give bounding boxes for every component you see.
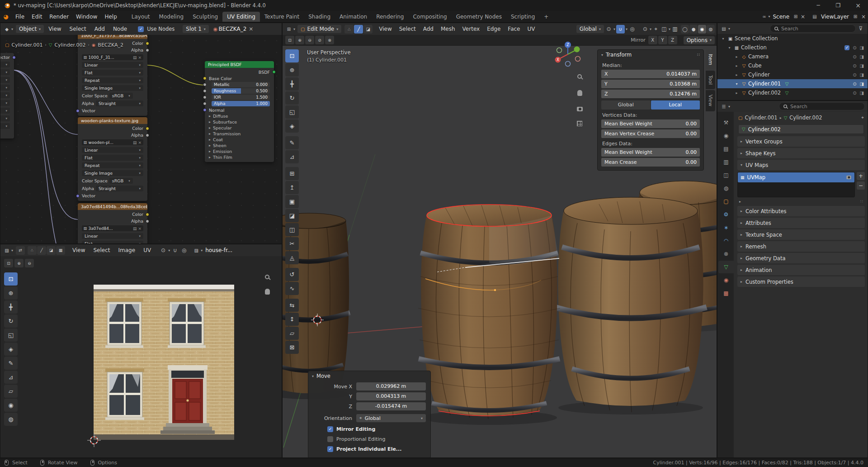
- bsdf-section-transmission[interactable]: ▸Transmission: [205, 131, 274, 137]
- uv-select-new-icon[interactable]: ⊡: [4, 259, 13, 267]
- select-mode-new-icon[interactable]: ⊡: [285, 36, 294, 44]
- median-y-field[interactable]: Y0.10368 m: [601, 80, 700, 88]
- menu-help[interactable]: Help: [101, 14, 120, 20]
- tab-constraints[interactable]: ⊗: [718, 248, 734, 260]
- select-mode-invert-icon[interactable]: ⊘: [315, 36, 324, 44]
- hide-icon[interactable]: ⊙: [853, 81, 856, 86]
- tab-tool[interactable]: Tool: [706, 71, 715, 89]
- overlays-icon[interactable]: ◫: [660, 26, 668, 32]
- edge-select-mode-button[interactable]: ╱: [354, 25, 363, 33]
- tool-cursor-button[interactable]: ⊕: [285, 63, 299, 76]
- render-visibility-icon[interactable]: ◨: [860, 91, 864, 95]
- tool-bevel-button[interactable]: ◪: [285, 209, 299, 222]
- panel-collapse-icon[interactable]: ▾: [312, 374, 314, 378]
- hide-icon[interactable]: ⊙: [853, 91, 856, 95]
- uv-tool-grab-button[interactable]: ◉: [4, 399, 18, 412]
- vp-menu-face[interactable]: Face: [505, 26, 523, 32]
- proportional-editing-icon[interactable]: ◎: [628, 26, 636, 32]
- pin-id-icon[interactable]: ⌖: [861, 115, 864, 120]
- uv-zoom-icon[interactable]: [265, 274, 269, 281]
- normal-input-socket[interactable]: [203, 108, 207, 112]
- gizmos-icon[interactable]: ⌖: [652, 26, 660, 32]
- shader-type-dropdown[interactable]: Object▾: [16, 25, 44, 33]
- mapping-value-4[interactable]: 0°: [0, 92, 10, 98]
- scene-browse-dropdown-icon[interactable]: ▾: [768, 14, 770, 19]
- tool-spin-button[interactable]: ↺: [285, 268, 299, 281]
- shader-node-canvas[interactable]: Vector 0 m 0 m 0 m 0° 0° 0° 1.000 1.000 …: [0, 35, 282, 244]
- expand-icon[interactable]: ▸: [734, 55, 740, 59]
- viewlayer-selector[interactable]: ViewLayer: [821, 14, 849, 20]
- panel-custom-properties[interactable]: ▸Custom Properties: [737, 276, 865, 287]
- tool-knife-button[interactable]: ✂: [285, 237, 299, 250]
- panel-animation[interactable]: ▸Animation: [737, 265, 865, 275]
- expand-icon[interactable]: ▸: [734, 64, 740, 68]
- image-datablock-field[interactable]: ▨3a07ed84...▤ ×: [82, 225, 143, 231]
- viewport-zoom-icon[interactable]: [577, 74, 582, 80]
- uv-face-select-icon[interactable]: ◪: [47, 246, 56, 255]
- alpha-mode-dropdown[interactable]: Straight: [96, 186, 143, 191]
- expand-icon[interactable]: ▾: [734, 82, 740, 86]
- tab-world[interactable]: ◍: [718, 182, 734, 195]
- minimize-button[interactable]: ─: [808, 2, 828, 9]
- workspace-tab-uv-editing[interactable]: UV Editing: [222, 12, 260, 22]
- uv-menu-image[interactable]: Image: [115, 247, 139, 253]
- alpha-slider[interactable]: Alpha1.000: [212, 101, 270, 106]
- mapping-value-8[interactable]: 1.000: [0, 123, 10, 129]
- uv-menu-select[interactable]: Select: [90, 247, 114, 253]
- uv-sync-select-icon[interactable]: ⇄: [16, 246, 25, 255]
- mapping-value-7[interactable]: 1.000: [0, 115, 10, 121]
- scene-new-icon[interactable]: ⊞: [792, 14, 799, 19]
- panel-menu-icon[interactable]: ∷: [697, 52, 700, 57]
- image-datablock-field[interactable]: ▨wooden-pl...▤ ×: [82, 139, 143, 145]
- uv-pan-hand-icon[interactable]: [265, 289, 270, 296]
- median-x-field[interactable]: X0.014037 m: [601, 70, 700, 78]
- shader-menu-node[interactable]: Node: [109, 26, 131, 32]
- select-mode-extend-icon[interactable]: ⊕: [295, 36, 304, 44]
- uv-tool-transform-button[interactable]: ◈: [4, 343, 18, 356]
- panel-remesh[interactable]: ▸Remesh: [737, 241, 865, 252]
- mirror-editing-checkbox[interactable]: ✓: [327, 426, 333, 432]
- tool-rip-region-button[interactable]: ⊠: [285, 341, 299, 354]
- tool-move-button[interactable]: ╋: [285, 77, 299, 91]
- transform-panel-title[interactable]: Transform: [606, 52, 632, 58]
- node-title[interactable]: wooden-planks-texture.jpg: [78, 117, 147, 124]
- use-nodes-checkbox[interactable]: ✓: [138, 26, 144, 32]
- workspace-tab-sculpting[interactable]: Sculpting: [188, 12, 222, 22]
- render-visibility-icon[interactable]: ◨: [860, 72, 864, 77]
- mean-crease-field[interactable]: Mean Crease0.00: [601, 158, 700, 167]
- mirror-y-button[interactable]: Y: [658, 36, 667, 44]
- hide-icon[interactable]: ⊙: [853, 72, 856, 77]
- select-mode-subtract-icon[interactable]: ⊖: [305, 36, 314, 44]
- projection-dropdown[interactable]: Flat: [82, 155, 143, 161]
- node-title[interactable]: Principled BSDF: [205, 61, 274, 68]
- mesh-data-name-field[interactable]: ▽ Cylinder.002: [738, 124, 864, 134]
- material-name-field[interactable]: BECZKA_2: [218, 26, 246, 32]
- alpha-output-socket[interactable]: [146, 219, 149, 223]
- menu-window[interactable]: Window: [72, 14, 101, 20]
- uv-tool-measure-button[interactable]: ⊿: [4, 371, 18, 384]
- color-space-dropdown[interactable]: sRGB: [109, 178, 133, 184]
- bsdf-section-emission[interactable]: ▸Emission: [205, 148, 274, 154]
- outliner-row-cylinder[interactable]: ▸ ▽ Cylinder ⊙◨: [717, 70, 868, 79]
- tool-shear-button[interactable]: ▱: [285, 327, 299, 340]
- blender-menu-icon[interactable]: ◕: [0, 13, 12, 20]
- select-mode-intersect-icon[interactable]: ⊗: [325, 36, 334, 44]
- bsdf-section-thin-film[interactable]: ▸Thin Film: [205, 154, 274, 160]
- tool-scale-button[interactable]: ◱: [285, 105, 299, 119]
- tab-output[interactable]: ▤: [718, 143, 734, 155]
- filter-icon[interactable]: ⊽: [857, 25, 865, 32]
- node-title[interactable]: 3a07ed841494b...08feda38cebd.jpg: [78, 203, 147, 210]
- pivot-point-icon[interactable]: ⊙: [605, 26, 613, 32]
- render-visibility-icon[interactable]: ◨: [860, 63, 864, 68]
- uv-tool-annotate-button[interactable]: ✎: [4, 357, 18, 370]
- vp-menu-mesh[interactable]: Mesh: [438, 26, 458, 32]
- mirror-z-button[interactable]: Z: [668, 36, 677, 44]
- tool-select-box-button[interactable]: ⊡: [285, 49, 299, 62]
- workspace-tab-texture-paint[interactable]: Texture Paint: [260, 12, 304, 22]
- project-individual-checkbox[interactable]: ✓: [327, 446, 333, 452]
- workspace-tab-modeling[interactable]: Modeling: [155, 12, 189, 22]
- close-button[interactable]: ×: [848, 2, 868, 9]
- mapping-value-5[interactable]: 0°: [0, 100, 10, 106]
- move-x-field[interactable]: 0.029962 m: [356, 382, 426, 391]
- roughness-slider[interactable]: Roughness0.500: [212, 88, 270, 94]
